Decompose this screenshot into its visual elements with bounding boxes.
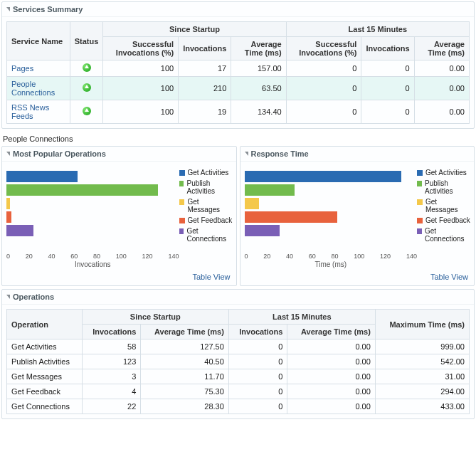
cell-inv-l: 0 <box>228 384 287 399</box>
col-succ-s[interactable]: Successful Invocations (%) <box>103 37 179 60</box>
col-operation[interactable]: Operation <box>7 310 83 339</box>
status-up-icon <box>83 63 91 72</box>
charts-row: Most Popular Operations 0204060801001201… <box>0 144 476 288</box>
operations-header[interactable]: Operations <box>2 290 474 305</box>
services-summary-panel: Services Summary Service Name Status Sin… <box>1 1 475 129</box>
collapse-icon <box>6 295 10 299</box>
table-row[interactable]: Get Feedback475.3000.00294.00 <box>7 384 470 399</box>
cell-inv-s: 17 <box>179 60 231 77</box>
chart-legend: Get ActivitiesPublish ActivitiesGet Mess… <box>179 166 233 270</box>
table-row[interactable]: Publish Activities12340.5000.00542.00 <box>7 354 470 369</box>
cell-avg-l: 0.00 <box>414 100 469 124</box>
services-summary-table: Service Name Status Since Startup Last 1… <box>6 21 470 124</box>
col-inv-s[interactable]: Invocations <box>82 325 141 339</box>
legend-item: Publish Activities <box>179 179 233 195</box>
legend-item: Get Feedback <box>417 216 471 224</box>
cell-inv-s: 58 <box>82 339 141 354</box>
services-summary-header[interactable]: Services Summary <box>2 2 474 17</box>
cell-inv-l: 0 <box>361 60 414 77</box>
legend-item: Get Feedback <box>179 216 233 224</box>
legend-item: Publish Activities <box>417 179 471 195</box>
cell-max: 542.00 <box>375 354 469 369</box>
cell-avg-l: 0.00 <box>287 354 375 369</box>
operations-table: Operation Since Startup Last 15 Minutes … <box>6 309 470 414</box>
col-avg-s[interactable]: Average Time (ms) <box>231 37 286 60</box>
col-inv-l[interactable]: Invocations <box>361 37 414 60</box>
service-link[interactable]: Pages <box>11 64 33 73</box>
cell-succ-l: 0 <box>286 100 361 124</box>
table-row[interactable]: Pages10017157.00000.00 <box>7 60 470 77</box>
legend-item: Get Messages <box>417 198 471 214</box>
cell-inv-s: 22 <box>82 399 141 414</box>
chart-bar <box>245 225 280 236</box>
response-time-header[interactable]: Response Time <box>240 147 475 162</box>
cell-avg-s: 134.40 <box>231 100 286 124</box>
col-group-last15: Last 15 Minutes <box>228 310 375 325</box>
table-row[interactable]: Get Activities58127.5000.00999.00 <box>7 339 470 354</box>
col-group-last15: Last 15 Minutes <box>286 22 469 37</box>
cell-inv-s: 4 <box>82 384 141 399</box>
chart-bar <box>6 184 158 196</box>
chart-bar <box>245 171 402 182</box>
chart-axis-label: Time (ms) <box>245 260 418 270</box>
chart-bar <box>6 171 78 182</box>
col-inv-s[interactable]: Invocations <box>179 37 231 60</box>
col-avg-l[interactable]: Average Time (ms) <box>414 37 469 60</box>
table-row[interactable]: Get Messages311.7000.0031.00 <box>7 369 470 384</box>
service-link[interactable]: RSS News Feeds <box>11 103 49 120</box>
cell-avg-l: 0.00 <box>287 399 375 414</box>
col-succ-l[interactable]: Successful Invocations (%) <box>286 37 361 60</box>
cell-avg-s: 63.50 <box>231 77 286 100</box>
cell-max: 294.00 <box>375 384 469 399</box>
cell-avg-s: 127.50 <box>141 339 228 354</box>
col-status[interactable]: Status <box>70 22 103 60</box>
services-summary-title: Services Summary <box>13 5 83 14</box>
col-max[interactable]: Maximum Time (ms) <box>375 310 469 339</box>
table-row[interactable]: People Connections10021063.50000.00 <box>7 77 470 100</box>
collapse-icon <box>6 7 10 11</box>
legend-item: Get Connections <box>179 227 233 243</box>
table-row[interactable]: RSS News Feeds10019134.40000.00 <box>7 100 470 124</box>
status-up-icon <box>83 107 91 115</box>
cell-op-name: Publish Activities <box>7 354 83 369</box>
cell-inv-s: 210 <box>179 77 231 100</box>
cell-avg-s: 157.00 <box>231 60 286 77</box>
cell-avg-s: 75.30 <box>141 384 228 399</box>
chart-axis-ticks: 020406080100120140 <box>245 251 418 260</box>
table-view-link[interactable]: Table View <box>193 273 231 281</box>
chart-bar <box>6 198 10 209</box>
section-subtitle: People Connections <box>0 130 476 144</box>
table-view-link[interactable]: Table View <box>430 273 468 281</box>
chart-bar <box>6 225 33 236</box>
cell-succ-s: 100 <box>103 100 179 124</box>
cell-max: 31.00 <box>375 369 469 384</box>
cell-inv-l: 0 <box>228 399 287 414</box>
cell-succ-l: 0 <box>286 77 361 100</box>
collapse-icon <box>6 152 10 156</box>
col-avg-s[interactable]: Average Time (ms) <box>141 325 228 339</box>
cell-inv-s: 123 <box>82 354 141 369</box>
legend-item: Get Activities <box>179 169 233 177</box>
legend-item: Get Activities <box>417 169 471 177</box>
cell-inv-l: 0 <box>228 369 287 384</box>
col-inv-l[interactable]: Invocations <box>228 325 287 339</box>
cell-avg-l: 0.00 <box>287 369 375 384</box>
cell-op-name: Get Feedback <box>7 384 83 399</box>
chart-axis-ticks: 020406080100120140 <box>6 251 179 260</box>
cell-inv-s: 19 <box>179 100 231 124</box>
chart-axis-label: Invocations <box>6 260 179 270</box>
legend-item: Get Connections <box>417 227 471 243</box>
cell-max: 433.00 <box>375 399 469 414</box>
popular-operations-header[interactable]: Most Popular Operations <box>2 147 236 162</box>
chart-bar <box>245 211 337 223</box>
col-service-name[interactable]: Service Name <box>7 22 70 60</box>
popular-operations-title: Most Popular Operations <box>13 149 106 158</box>
col-avg-l[interactable]: Average Time (ms) <box>287 325 375 339</box>
cell-inv-l: 0 <box>228 339 287 354</box>
cell-inv-l: 0 <box>361 77 414 100</box>
cell-max: 999.00 <box>375 339 469 354</box>
operations-title: Operations <box>13 293 54 301</box>
response-time-chart <box>245 166 418 251</box>
table-row[interactable]: Get Connections2228.3000.00433.00 <box>7 399 470 414</box>
service-link[interactable]: People Connections <box>11 80 55 97</box>
